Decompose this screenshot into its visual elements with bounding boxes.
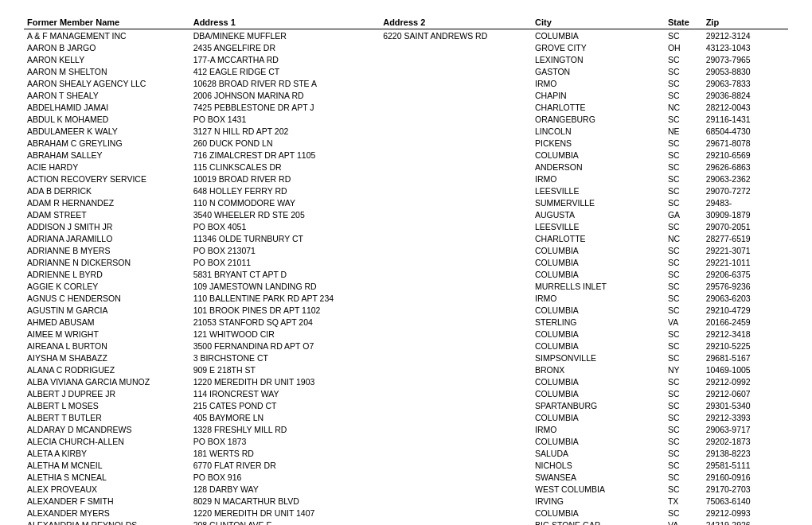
table-cell: GA <box>665 208 703 220</box>
table-cell: 101 BROOK PINES DR APT 1102 <box>190 304 381 316</box>
table-cell: 3500 FERNANDINA RD APT O7 <box>190 340 381 352</box>
table-cell: AIMEE M WRIGHT <box>24 328 190 340</box>
table-cell: NC <box>665 101 703 113</box>
table-cell <box>380 65 532 77</box>
table-cell <box>380 364 532 375</box>
table-cell: AARON M SHELTON <box>24 65 190 77</box>
table-cell <box>380 173 532 185</box>
table-cell: 208 CLINTON AVE E <box>190 519 381 525</box>
table-cell: 29212-0992 <box>703 375 788 387</box>
table-header-row: Former Member Name Address 1 Address 2 C… <box>24 16 788 29</box>
table-cell <box>380 77 532 89</box>
table-cell: 29212-3393 <box>703 411 788 423</box>
table-cell: COLUMBIA <box>532 411 665 423</box>
table-cell: SC <box>665 423 703 435</box>
table-cell: 716 ZIMALCREST DR APT 1105 <box>190 149 381 161</box>
header-state: State <box>665 16 703 29</box>
table-cell <box>380 208 532 220</box>
table-cell: 20166-2459 <box>703 316 788 328</box>
table-cell: 21053 STANFORD SQ APT 204 <box>190 316 381 328</box>
table-row: ADDISON J SMITH JRPO BOX 4051LEESVILLESC… <box>24 220 788 232</box>
table-cell: LEESVILLE <box>532 185 665 196</box>
table-cell: SC <box>665 507 703 519</box>
table-cell: 24219-2926 <box>703 519 788 525</box>
table-cell: 3127 N HILL RD APT 202 <box>190 125 381 137</box>
table-cell: LINCOLN <box>532 125 665 137</box>
table-cell: AGGIE K CORLEY <box>24 280 190 292</box>
table-cell: ADDISON J SMITH JR <box>24 220 190 232</box>
table-cell <box>380 352 532 364</box>
table-row: ALECIA CHURCH-ALLENPO BOX 1873COLUMBIASC… <box>24 435 788 447</box>
table-cell: 10469-1005 <box>703 364 788 375</box>
table-row: AGNUS C HENDERSON110 BALLENTINE PARK RD … <box>24 292 788 304</box>
table-cell <box>380 220 532 232</box>
table-cell: SC <box>665 375 703 387</box>
table-cell: COLUMBIA <box>532 244 665 256</box>
table-cell <box>380 435 532 447</box>
table-cell: 121 WHITWOOD CIR <box>190 328 381 340</box>
table-cell: AARON KELLY <box>24 53 190 65</box>
table-row: ADRIANA JARAMILLO11346 OLDE TURNBURY CTC… <box>24 232 788 244</box>
table-cell <box>380 507 532 519</box>
table-cell: LEXINGTON <box>532 53 665 65</box>
table-cell: SC <box>665 399 703 411</box>
table-row: ADA B DERRICK648 HOLLEY FERRY RDLEESVILL… <box>24 185 788 196</box>
table-cell: SC <box>665 137 703 149</box>
table-cell: SC <box>665 411 703 423</box>
table-row: ADAM STREET3540 WHEELER RD STE 205AUGUST… <box>24 208 788 220</box>
table-cell: COLUMBIA <box>532 375 665 387</box>
table-cell: ALETHA M MCNEIL <box>24 459 190 471</box>
header-address2: Address 2 <box>380 16 532 29</box>
table-cell: WEST COLUMBIA <box>532 483 665 495</box>
table-cell: 29138-8223 <box>703 447 788 459</box>
table-cell: AHMED ABUSAM <box>24 316 190 328</box>
table-cell: PO BOX 916 <box>190 471 381 483</box>
table-cell: 648 HOLLEY FERRY RD <box>190 185 381 196</box>
table-cell: COLUMBIA <box>532 340 665 352</box>
table-cell: COLUMBIA <box>532 387 665 399</box>
table-cell: SIMPSONVILLE <box>532 352 665 364</box>
table-cell: IRMO <box>532 173 665 185</box>
table-cell: VA <box>665 519 703 525</box>
table-row: AARON M SHELTON412 EAGLE RIDGE CTGASTONS… <box>24 65 788 77</box>
table-cell: 29210-5225 <box>703 340 788 352</box>
table-cell: 10628 BROAD RIVER RD STE A <box>190 77 381 89</box>
table-row: A & F MANAGEMENT INCDBA/MINEKE MUFFLER62… <box>24 29 788 42</box>
table-cell: ABDELHAMID JAMAI <box>24 101 190 113</box>
table-cell: SC <box>665 483 703 495</box>
table-cell: SC <box>665 173 703 185</box>
table-row: AIMEE M WRIGHT121 WHITWOOD CIRCOLUMBIASC… <box>24 328 788 340</box>
table-cell: 43123-1043 <box>703 41 788 53</box>
table-cell: 110 N COMMODORE WAY <box>190 196 381 208</box>
table-cell: 29073-7965 <box>703 53 788 65</box>
table-cell: PO BOX 1431 <box>190 113 381 125</box>
table-cell: SALUDA <box>532 447 665 459</box>
table-row: AARON KELLY177-A MCCARTHA RDLEXINGTONSC2… <box>24 53 788 65</box>
table-cell: 29221-3071 <box>703 244 788 256</box>
table-cell: SC <box>665 387 703 399</box>
table-cell: 8029 N MACARTHUR BLVD <box>190 495 381 507</box>
table-cell: SC <box>665 244 703 256</box>
table-cell: TX <box>665 495 703 507</box>
table-cell <box>380 471 532 483</box>
table-cell <box>380 340 532 352</box>
table-cell: SC <box>665 459 703 471</box>
table-cell: OH <box>665 41 703 53</box>
table-cell <box>380 244 532 256</box>
table-cell <box>380 53 532 65</box>
table-cell <box>380 447 532 459</box>
table-cell: ADRIANA JARAMILLO <box>24 232 190 244</box>
table-cell: 7425 PEBBLESTONE DR APT J <box>190 101 381 113</box>
table-cell: CHARLOTTE <box>532 101 665 113</box>
table-cell: ACTION RECOVERY SERVICE <box>24 173 190 185</box>
table-cell <box>380 89 532 101</box>
table-cell <box>380 185 532 196</box>
table-cell: ALEXANDER F SMITH <box>24 495 190 507</box>
table-row: ADRIENNE L BYRD5831 BRYANT CT APT DCOLUM… <box>24 268 788 280</box>
table-cell <box>380 328 532 340</box>
table-cell: SC <box>665 268 703 280</box>
table-cell: 29116-1431 <box>703 113 788 125</box>
table-cell: 114 IRONCREST WAY <box>190 387 381 399</box>
table-row: ALEXANDER F SMITH8029 N MACARTHUR BLVDIR… <box>24 495 788 507</box>
table-cell: ABDULAMEER K WALY <box>24 125 190 137</box>
